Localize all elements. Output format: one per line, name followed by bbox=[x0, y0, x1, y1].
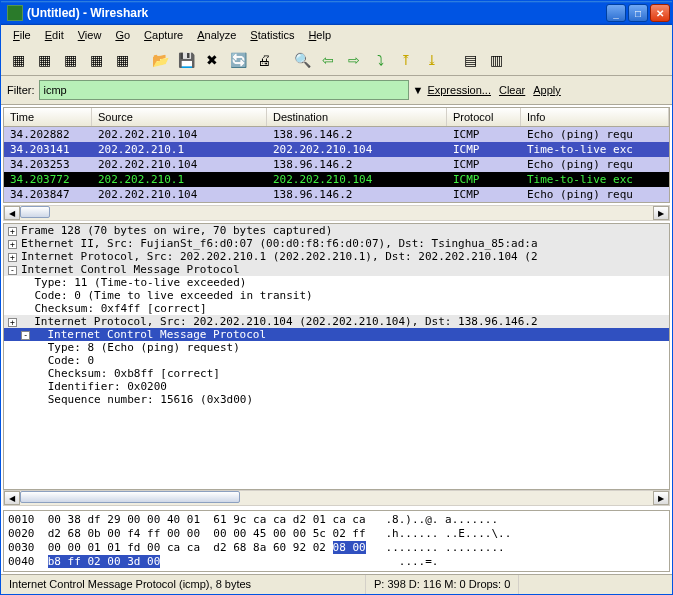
menu-analyze[interactable]: Analyze bbox=[191, 27, 242, 43]
hex-row[interactable]: 0020 d2 68 0b 00 f4 ff 00 00 00 00 45 00… bbox=[8, 527, 665, 541]
scroll-right-icon[interactable]: ▶ bbox=[653, 206, 669, 220]
start-capture-icon[interactable]: ▦ bbox=[59, 49, 81, 71]
menu-statistics[interactable]: Statistics bbox=[244, 27, 300, 43]
options-icon[interactable]: ▦ bbox=[33, 49, 55, 71]
find-icon[interactable]: 🔍 bbox=[291, 49, 313, 71]
goto-icon[interactable]: ⤵ bbox=[369, 49, 391, 71]
col-info[interactable]: Info bbox=[521, 108, 669, 126]
list-header: Time Source Destination Protocol Info bbox=[4, 108, 669, 127]
col-destination[interactable]: Destination bbox=[267, 108, 447, 126]
hex-row[interactable]: 0010 00 38 df 29 00 00 40 01 61 9c ca ca… bbox=[8, 513, 665, 527]
goto-last-icon[interactable]: ⤓ bbox=[421, 49, 443, 71]
packet-row[interactable]: 34.203253202.202.210.104138.96.146.2ICMP… bbox=[4, 157, 669, 172]
filter-input[interactable] bbox=[39, 80, 409, 100]
goto-first-icon[interactable]: ⤒ bbox=[395, 49, 417, 71]
expand-icon[interactable]: + bbox=[8, 253, 17, 262]
close-button[interactable]: ✕ bbox=[650, 4, 670, 22]
menu-go[interactable]: Go bbox=[109, 27, 136, 43]
open-icon[interactable]: 📂 bbox=[149, 49, 171, 71]
filter-dropdown-icon[interactable]: ▼ bbox=[413, 84, 424, 96]
collapse-icon[interactable]: - bbox=[21, 331, 30, 340]
stop-capture-icon[interactable]: ▦ bbox=[85, 49, 107, 71]
autoscroll-icon[interactable]: ▥ bbox=[485, 49, 507, 71]
colorize-icon[interactable]: ▤ bbox=[459, 49, 481, 71]
expand-icon[interactable]: + bbox=[8, 240, 17, 249]
menu-file[interactable]: File bbox=[7, 27, 37, 43]
tree-inner-icmp[interactable]: - Internet Control Message Protocol bbox=[4, 328, 669, 341]
restart-capture-icon[interactable]: ▦ bbox=[111, 49, 133, 71]
tree-checksum[interactable]: Checksum: 0xf4ff [correct] bbox=[4, 302, 669, 315]
statusbar: Internet Control Message Protocol (icmp)… bbox=[1, 574, 672, 594]
forward-icon[interactable]: ⇨ bbox=[343, 49, 365, 71]
tree-type[interactable]: Type: 11 (Time-to-live exceeded) bbox=[4, 276, 669, 289]
packet-row[interactable]: 34.203141202.202.210.1202.202.210.104ICM… bbox=[4, 142, 669, 157]
app-icon bbox=[7, 5, 23, 21]
detail-hscroll[interactable]: ◀ ▶ bbox=[3, 490, 670, 506]
status-left: Internet Control Message Protocol (icmp)… bbox=[1, 575, 366, 594]
tree-inner-checksum[interactable]: Checksum: 0xb8ff [correct] bbox=[4, 367, 669, 380]
menubar: File Edit View Go Capture Analyze Statis… bbox=[1, 25, 672, 45]
close-file-icon[interactable]: ✖ bbox=[201, 49, 223, 71]
col-time[interactable]: Time bbox=[4, 108, 92, 126]
packet-list: Time Source Destination Protocol Info 34… bbox=[3, 107, 670, 203]
tree-ethernet[interactable]: +Ethernet II, Src: FujianSt_f6:d0:07 (00… bbox=[4, 237, 669, 250]
filter-label: Filter: bbox=[7, 84, 35, 96]
titlebar[interactable]: (Untitled) - Wireshark _ □ ✕ bbox=[1, 1, 672, 25]
tree-inner-code[interactable]: Code: 0 bbox=[4, 354, 669, 367]
filter-bar: Filter: ▼ Expression... Clear Apply bbox=[1, 76, 672, 105]
status-right: P: 398 D: 116 M: 0 Drops: 0 bbox=[366, 575, 519, 594]
tree-inner-type[interactable]: Type: 8 (Echo (ping) request) bbox=[4, 341, 669, 354]
save-icon[interactable]: 💾 bbox=[175, 49, 197, 71]
col-source[interactable]: Source bbox=[92, 108, 267, 126]
scroll-left-icon[interactable]: ◀ bbox=[4, 206, 20, 220]
back-icon[interactable]: ⇦ bbox=[317, 49, 339, 71]
tree-identifier[interactable]: Identifier: 0x0200 bbox=[4, 380, 669, 393]
detail-pane: +Frame 128 (70 bytes on wire, 70 bytes c… bbox=[3, 223, 670, 490]
menu-view[interactable]: View bbox=[72, 27, 108, 43]
expression-link[interactable]: Expression... bbox=[427, 84, 491, 96]
apply-link[interactable]: Apply bbox=[533, 84, 561, 96]
expand-icon[interactable]: + bbox=[8, 227, 17, 236]
expand-icon[interactable]: + bbox=[8, 318, 17, 327]
maximize-button[interactable]: □ bbox=[628, 4, 648, 22]
hex-pane[interactable]: 0010 00 38 df 29 00 00 40 01 61 9c ca ca… bbox=[3, 510, 670, 572]
collapse-icon[interactable]: - bbox=[8, 266, 17, 275]
tree-inner-ip[interactable]: + Internet Protocol, Src: 202.202.210.10… bbox=[4, 315, 669, 328]
print-icon[interactable]: 🖨 bbox=[253, 49, 275, 71]
menu-edit[interactable]: Edit bbox=[39, 27, 70, 43]
reload-icon[interactable]: 🔄 bbox=[227, 49, 249, 71]
tree-seqnum[interactable]: Sequence number: 15616 (0x3d00) bbox=[4, 393, 669, 406]
tree-ip[interactable]: +Internet Protocol, Src: 202.202.210.1 (… bbox=[4, 250, 669, 263]
toolbar: ▦ ▦ ▦ ▦ ▦ 📂 💾 ✖ 🔄 🖨 🔍 ⇦ ⇨ ⤵ ⤒ ⤓ ▤ ▥ bbox=[1, 45, 672, 76]
col-protocol[interactable]: Protocol bbox=[447, 108, 521, 126]
interfaces-icon[interactable]: ▦ bbox=[7, 49, 29, 71]
packet-row[interactable]: 34.203772202.202.210.1202.202.210.104ICM… bbox=[4, 172, 669, 187]
clear-link[interactable]: Clear bbox=[499, 84, 525, 96]
packet-row[interactable]: 34.202882202.202.210.104138.96.146.2ICMP… bbox=[4, 127, 669, 142]
packet-row[interactable]: 34.203847202.202.210.104138.96.146.2ICMP… bbox=[4, 187, 669, 202]
tree-icmp[interactable]: -Internet Control Message Protocol bbox=[4, 263, 669, 276]
minimize-button[interactable]: _ bbox=[606, 4, 626, 22]
packet-hscroll[interactable]: ◀ ▶ bbox=[3, 205, 670, 221]
hex-row[interactable]: 0030 00 00 01 01 fd 00 ca ca d2 68 8a 60… bbox=[8, 541, 665, 555]
menu-capture[interactable]: Capture bbox=[138, 27, 189, 43]
tree-code[interactable]: Code: 0 (Time to live exceeded in transi… bbox=[4, 289, 669, 302]
tree-frame[interactable]: +Frame 128 (70 bytes on wire, 70 bytes c… bbox=[4, 224, 669, 237]
menu-help[interactable]: Help bbox=[302, 27, 337, 43]
scroll-left-icon[interactable]: ◀ bbox=[4, 491, 20, 505]
window-title: (Untitled) - Wireshark bbox=[27, 6, 148, 20]
hex-row[interactable]: 0040 b8 ff 02 00 3d 00 ....=. bbox=[8, 555, 665, 569]
scroll-right-icon[interactable]: ▶ bbox=[653, 491, 669, 505]
